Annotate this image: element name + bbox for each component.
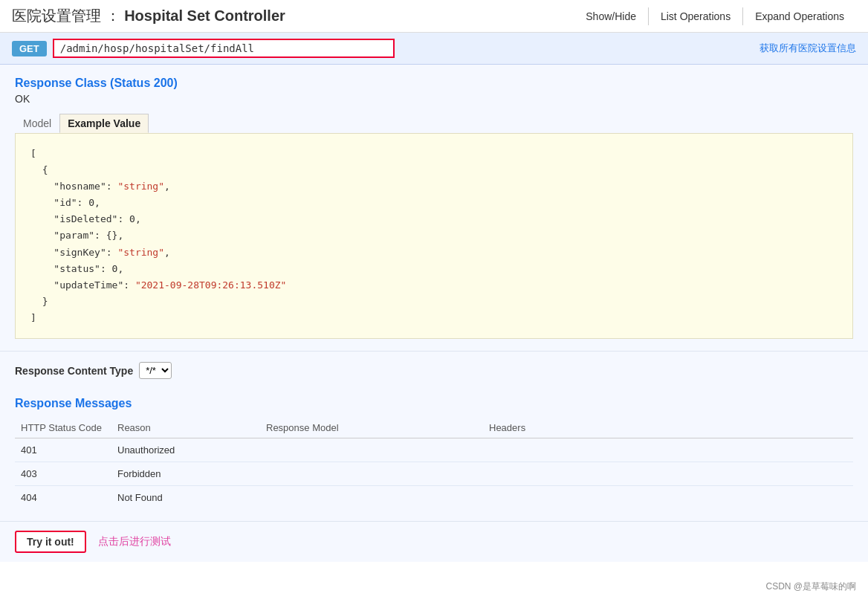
nav-show-hide[interactable]: Show/Hide [574,7,648,25]
code-key-status: "status": [54,263,111,274]
nav-list-operations[interactable]: List Operations [648,7,742,25]
cell-headers [483,486,853,510]
header-nav: Show/Hide List Operations Expand Operati… [574,7,856,25]
code-comma-1: , [164,181,170,192]
try-it-out-button[interactable]: Try it out! [15,531,86,553]
code-key-param: "param": [54,230,106,241]
response-messages-title: Response Messages [15,397,853,410]
content-type-select[interactable]: */* [139,362,172,379]
code-val-param: {} [106,230,118,241]
code-key-isdeleted: "isDeleted": [54,213,129,224]
cell-reason: Forbidden [111,462,260,486]
code-block: [ { "hosname": "string", "id": 0, "isDel… [15,133,853,339]
code-val-hosname: "string" [117,181,164,192]
code-val-isdeleted: 0 [129,213,135,224]
cell-reason: Unauthorized [111,438,260,462]
get-badge: GET [12,41,47,56]
content-type-row: Response Content Type */* [0,351,868,389]
nav-expand-operations[interactable]: Expand Operations [742,7,856,25]
code-close-brace: } [30,296,48,307]
cell-model [260,462,483,486]
code-close-bracket: ] [30,312,36,323]
try-it-out-section: Try it out! 点击后进行测试 [0,521,868,562]
code-val-signkey: "string" [117,247,164,258]
code-key-id: "id": [54,197,88,208]
title-en: Hospital Set Controller [124,7,285,24]
tabs: Model Example Value [15,114,853,133]
table-header-row: HTTP Status Code Reason Response Model H… [15,418,853,438]
cell-headers [483,438,853,462]
col-header-status: HTTP Status Code [15,418,111,438]
cell-headers [483,462,853,486]
get-url: /admin/hosp/hospitalSet/findAll [53,39,395,58]
table-row: 403 Forbidden [15,462,853,486]
code-val-id: 0 [88,197,94,208]
cell-status: 403 [15,462,111,486]
response-messages-section: Response Messages HTTP Status Code Reaso… [0,389,868,521]
title-cn: 医院设置管理 [12,7,101,24]
tab-example-value[interactable]: Example Value [59,114,149,133]
code-key-signkey: "signKey": [54,247,117,258]
cell-status: 401 [15,438,111,462]
main-section: Response Class (Status 200) OK Model Exa… [0,65,868,351]
tab-model[interactable]: Model [15,114,59,133]
code-key-updatetime: "updateTime": [54,279,135,291]
content-type-label: Response Content Type [15,365,133,377]
code-comma-3: , [135,213,141,224]
response-class-title: Response Class (Status 200) [15,77,853,90]
code-comma-5: , [164,247,170,258]
col-header-model: Response Model [260,418,483,438]
try-hint: 点击后进行测试 [98,535,171,548]
cell-status: 404 [15,486,111,510]
code-comma-2: , [94,197,100,208]
code-val-updatetime: "2021-09-28T09:26:13.510Z" [135,279,287,291]
code-open-bracket: [ [30,148,36,159]
code-open-brace: { [30,164,48,175]
cell-reason: Not Found [111,486,260,510]
response-messages-table: HTTP Status Code Reason Response Model H… [15,418,853,509]
get-description[interactable]: 获取所有医院设置信息 [760,42,856,55]
page-title: 医院设置管理 ： Hospital Set Controller [12,6,285,26]
code-comma-6: , [117,263,123,274]
table-row: 404 Not Found [15,486,853,510]
table-row: 401 Unauthorized [15,438,853,462]
code-key-hosname: "hosname": [54,181,117,192]
col-header-reason: Reason [111,418,260,438]
page-header: 医院设置管理 ： Hospital Set Controller Show/Hi… [0,0,868,33]
code-comma-4: , [117,230,123,241]
col-header-headers: Headers [483,418,853,438]
response-class-ok: OK [15,93,853,105]
get-bar: GET /admin/hosp/hospitalSet/findAll 获取所有… [0,33,868,65]
cell-model [260,486,483,510]
cell-model [260,438,483,462]
title-sep: ： [106,7,120,24]
